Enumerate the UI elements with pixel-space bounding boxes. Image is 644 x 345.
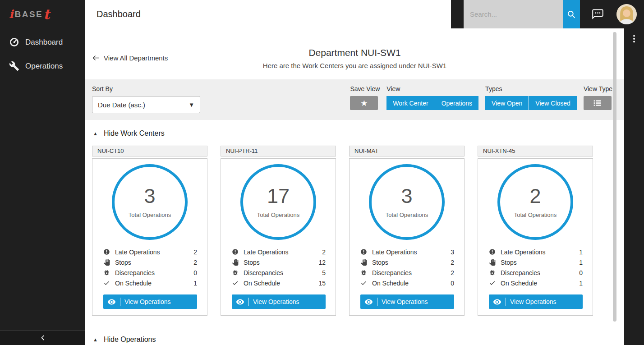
stat-value: 1 <box>579 280 583 287</box>
view-group: View Work Center Operations <box>386 85 478 120</box>
stat-on-schedule: On Schedule 1 <box>489 278 583 288</box>
app-root: i BASE t Dashboard Operations Dashboard <box>0 0 644 345</box>
kebab-menu-icon <box>629 34 639 44</box>
view-operations-button[interactable]: View Operations <box>232 294 326 309</box>
view-operations-button[interactable]: View Operations <box>103 294 197 309</box>
stat-discrepancies: Discrepancies 0 <box>103 267 197 278</box>
work-center-name: NUI-CT10 <box>97 147 124 154</box>
logo-base: BASE <box>15 9 43 19</box>
stat-value: 15 <box>318 280 326 287</box>
vertical-scrollbar[interactable] <box>613 32 616 322</box>
logo-i: i <box>9 8 14 21</box>
stat-value: 0 <box>451 280 454 287</box>
work-center-card-header: NUI-CT10 <box>92 146 207 156</box>
chat-icon <box>592 8 604 20</box>
stat-label: Discrepancies <box>501 269 540 276</box>
user-avatar[interactable] <box>616 4 637 24</box>
toggle-label: Hide Work Centers <box>104 129 165 138</box>
hand-icon <box>232 259 239 266</box>
eye-icon <box>493 298 501 306</box>
sidebar-collapse-button[interactable] <box>0 330 85 345</box>
wrench-icon <box>9 61 19 71</box>
work-center-card-header: NUI-XTN-45 <box>478 146 593 156</box>
types-group: Types View Open View Closed <box>485 85 577 120</box>
sidebar-item-dashboard[interactable]: Dashboard <box>0 30 85 54</box>
stat-value: 1 <box>193 280 197 287</box>
stat-value: 2 <box>451 259 454 266</box>
bug-icon <box>103 269 110 276</box>
work-center-card-body: 17 Total Operations Late Operations 2 <box>221 158 336 316</box>
button-divider <box>248 298 249 306</box>
stat-stops: Stops 1 <box>489 257 583 267</box>
bug-icon <box>489 269 496 276</box>
operations-view-button[interactable]: Operations <box>435 96 478 110</box>
sort-select-value: Due Date (asc.) <box>98 101 145 109</box>
work-center-name: NUI-XTN-45 <box>483 147 515 154</box>
stat-label: Late Operations <box>244 248 289 256</box>
more-options-button[interactable] <box>629 34 639 44</box>
sidebar-item-operations[interactable]: Operations <box>0 54 85 78</box>
hand-icon <box>489 259 496 266</box>
content-scroll-area: View All Departments Department NUI-SW1 … <box>85 28 624 345</box>
eye-icon <box>236 298 244 306</box>
exclamation-icon <box>360 248 367 255</box>
view-operations-button[interactable]: View Operations <box>360 294 454 309</box>
work-center-view-button[interactable]: Work Center <box>386 96 434 110</box>
department-subtitle: Here are the Work Centers you are assign… <box>85 62 624 69</box>
save-view-group: Save View ★ <box>350 85 380 120</box>
stat-label: Late Operations <box>501 248 546 256</box>
stat-value: 0 <box>579 269 583 276</box>
triangle-up-icon: ▲ <box>93 337 98 342</box>
stats-list: Late Operations 2 Stops 2 <box>103 247 197 288</box>
view-closed-button[interactable]: View Closed <box>529 96 577 110</box>
total-operations-count: 2 <box>529 186 541 206</box>
bug-icon <box>360 269 367 276</box>
total-operations-count: 3 <box>401 186 412 206</box>
view-operations-button[interactable]: View Operations <box>489 294 583 309</box>
view-operations-label: View Operations <box>382 298 428 305</box>
topbar: Dashboard <box>85 0 644 28</box>
work-center-card-body: 3 Total Operations Late Operations 2 <box>92 158 207 316</box>
view-open-button[interactable]: View Open <box>485 96 529 110</box>
sidebar-nav: Dashboard Operations <box>0 30 85 78</box>
stat-value: 5 <box>322 269 326 276</box>
work-center-name: NUI-PTR-11 <box>226 147 258 154</box>
types-button-row: View Open View Closed <box>485 96 577 110</box>
search-input[interactable] <box>464 0 563 28</box>
total-operations-count: 3 <box>144 186 155 206</box>
work-center-cards: NUI-CT10 3 Total Operations Late Operati… <box>92 146 624 316</box>
view-all-departments-link[interactable]: View All Departments <box>92 54 168 62</box>
stat-value: 3 <box>451 248 454 256</box>
stat-value: 1 <box>579 259 583 266</box>
stat-discrepancies: Discrepancies 5 <box>232 267 326 278</box>
stats-list: Late Operations 2 Stops 12 <box>232 247 326 288</box>
stat-discrepancies: Discrepancies 0 <box>489 267 583 278</box>
hide-work-centers-toggle[interactable]: ▲ Hide Work Centers <box>93 129 165 138</box>
sort-select[interactable]: Due Date (asc.) ▼ <box>92 96 200 113</box>
hide-operations-toggle[interactable]: ▲ Hide Operations <box>93 336 156 344</box>
back-link-label: View All Departments <box>104 54 168 62</box>
stat-value: 1 <box>579 248 583 256</box>
stat-label: Stops <box>501 259 517 266</box>
stat-label: Discrepancies <box>244 269 283 276</box>
total-operations-donut: 17 Total Operations <box>240 164 316 240</box>
ibaset-logo[interactable]: i BASE t <box>0 0 85 28</box>
stats-list: Late Operations 3 Stops 2 <box>360 247 454 288</box>
department-header: View All Departments Department NUI-SW1 … <box>85 28 624 79</box>
work-center-card-header: NUI-MAT <box>349 146 465 156</box>
button-divider <box>377 298 377 306</box>
stat-late-operations: Late Operations 2 <box>232 247 326 257</box>
view-label: View <box>386 85 478 92</box>
stat-on-schedule: On Schedule 1 <box>103 278 197 288</box>
list-icon <box>593 98 602 108</box>
messages-button[interactable] <box>592 8 604 20</box>
work-center-card-body: 2 Total Operations Late Operations 1 <box>478 158 593 316</box>
stat-label: On Schedule <box>115 280 152 287</box>
button-divider <box>120 298 120 306</box>
search-button[interactable] <box>563 0 580 28</box>
save-view-button[interactable]: ★ <box>350 96 378 110</box>
view-type-button[interactable] <box>584 96 612 110</box>
sidebar-item-label: Dashboard <box>25 38 63 47</box>
stat-label: Stops <box>244 259 260 266</box>
button-divider <box>506 298 506 306</box>
